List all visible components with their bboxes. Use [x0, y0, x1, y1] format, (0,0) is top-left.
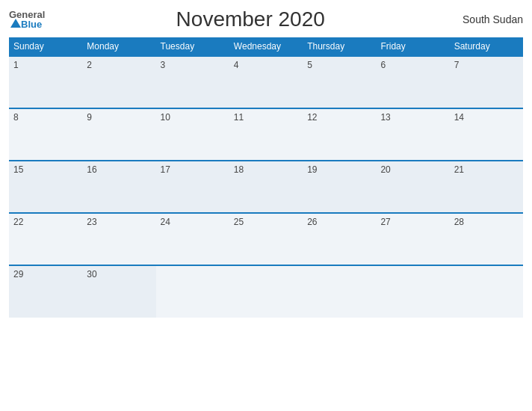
- day-number-27: 27: [380, 217, 390, 227]
- day-number-12: 12: [307, 112, 317, 123]
- day-number-15: 15: [13, 164, 23, 175]
- day-cell-11: 11: [229, 108, 303, 161]
- day-cell-28: 28: [450, 213, 523, 265]
- day-cell-9: 9: [82, 108, 155, 161]
- day-cell-25: 25: [229, 213, 303, 265]
- day-number-6: 6: [380, 60, 386, 70]
- day-cell-23: 23: [82, 213, 155, 265]
- day-cell-7: 7: [450, 56, 523, 108]
- week-row-5: 2930: [9, 265, 523, 318]
- day-number-1: 1: [13, 60, 19, 70]
- week-row-3: 15161718192021: [9, 161, 523, 213]
- day-number-25: 25: [234, 217, 244, 227]
- day-number-18: 18: [234, 164, 244, 175]
- day-number-5: 5: [307, 60, 312, 70]
- calendar-header-row: Sunday Monday Tuesday Wednesday Thursday…: [9, 37, 523, 56]
- header-sunday: Sunday: [9, 37, 82, 56]
- header-tuesday: Tuesday: [156, 37, 229, 56]
- header-saturday: Saturday: [450, 37, 523, 56]
- logo-triangle-icon: [10, 19, 21, 28]
- header-friday: Friday: [376, 37, 449, 56]
- day-number-10: 10: [161, 112, 170, 123]
- day-number-3: 3: [161, 60, 166, 70]
- calendar-title: November 2020: [45, 7, 456, 31]
- day-cell-6: 6: [376, 56, 449, 108]
- day-number-16: 16: [87, 164, 96, 175]
- day-number-30: 30: [87, 269, 96, 279]
- day-number-11: 11: [234, 112, 244, 123]
- day-cell-18: 18: [229, 161, 303, 213]
- day-cell-20: 20: [376, 161, 449, 213]
- week-row-4: 22232425262728: [9, 213, 523, 265]
- logo-blue-text: Blue: [21, 19, 42, 29]
- week-row-2: 891011121314: [9, 108, 523, 161]
- day-cell-10: 10: [156, 108, 229, 161]
- day-cell-16: 16: [82, 161, 155, 213]
- day-number-24: 24: [161, 217, 170, 227]
- day-number-28: 28: [454, 217, 464, 227]
- day-cell-21: 21: [450, 161, 523, 213]
- day-number-17: 17: [161, 164, 170, 175]
- logo: General Blue: [9, 10, 45, 29]
- day-number-13: 13: [380, 112, 390, 123]
- day-cell-24: 24: [156, 213, 229, 265]
- day-cell-12: 12: [303, 108, 376, 161]
- calendar-header: General Blue November 2020 South Sudan: [9, 7, 523, 31]
- calendar-table: Sunday Monday Tuesday Wednesday Thursday…: [9, 37, 523, 318]
- day-cell-1: 1: [9, 56, 82, 108]
- day-cell-19: 19: [303, 161, 376, 213]
- day-number-23: 23: [87, 217, 96, 227]
- day-number-7: 7: [454, 60, 460, 70]
- day-number-19: 19: [307, 164, 317, 175]
- day-cell-27: 27: [376, 213, 449, 265]
- day-number-4: 4: [234, 60, 239, 70]
- day-number-26: 26: [307, 217, 317, 227]
- weekday-header-row: Sunday Monday Tuesday Wednesday Thursday…: [9, 37, 523, 56]
- day-cell-3: 3: [156, 56, 229, 108]
- header-monday: Monday: [82, 37, 155, 56]
- day-cell-26: 26: [303, 213, 376, 265]
- day-number-8: 8: [13, 112, 19, 123]
- day-number-20: 20: [380, 164, 390, 175]
- day-cell-29: 29: [9, 265, 82, 318]
- calendar-container: General Blue November 2020 South Sudan S…: [0, 0, 532, 411]
- day-number-21: 21: [454, 164, 464, 175]
- header-wednesday: Wednesday: [229, 37, 303, 56]
- day-cell-5: 5: [303, 56, 376, 108]
- day-cell-30: 30: [82, 265, 155, 318]
- day-cell-2: 2: [82, 56, 155, 108]
- header-thursday: Thursday: [303, 37, 376, 56]
- day-cell-15: 15: [9, 161, 82, 213]
- day-cell-17: 17: [156, 161, 229, 213]
- day-cell-14: 14: [450, 108, 523, 161]
- calendar-body: 1234567891011121314151617181920212223242…: [9, 56, 523, 318]
- day-cell-22: 22: [9, 213, 82, 265]
- day-cell-4: 4: [229, 56, 303, 108]
- day-number-22: 22: [13, 217, 23, 227]
- day-number-29: 29: [13, 269, 23, 279]
- country-label: South Sudan: [456, 13, 523, 25]
- day-number-2: 2: [87, 60, 92, 70]
- week-row-1: 1234567: [9, 56, 523, 108]
- day-cell-8: 8: [9, 108, 82, 161]
- day-number-14: 14: [454, 112, 464, 123]
- day-number-9: 9: [87, 112, 92, 123]
- day-cell-13: 13: [376, 108, 449, 161]
